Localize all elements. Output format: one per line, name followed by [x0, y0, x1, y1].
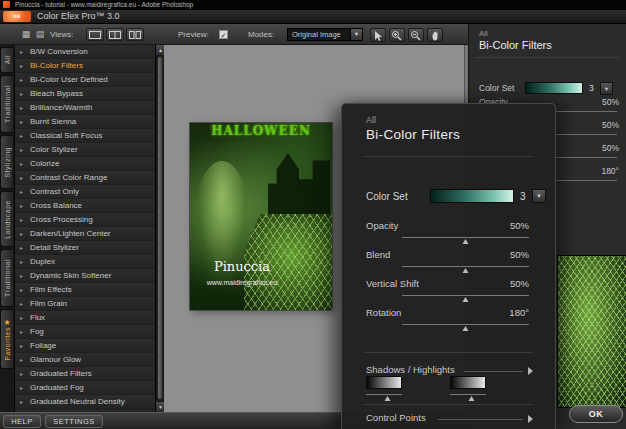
modes-dropdown[interactable]: Original Image ▼ [287, 28, 363, 41]
tab-traditional[interactable]: Traditional [0, 75, 13, 133]
filter-item[interactable]: Brilliance/Warmth [15, 101, 156, 115]
app-title: Color Efex Pro™ 3.0 [37, 10, 120, 24]
tab-label: Landscape [4, 200, 11, 239]
filter-item[interactable]: Film Grain [15, 297, 156, 311]
filter-item[interactable]: B/W Conversion [15, 45, 156, 59]
tab-stylizing[interactable]: Stylizing [0, 135, 13, 189]
control-points-row: Control Points [342, 412, 557, 426]
window-title: Pinuccia - tutorial - www.maidiregrafica… [15, 1, 193, 8]
filter-item[interactable]: Dynamic Skin Softener [15, 269, 156, 283]
slider-value: 50% [510, 278, 529, 289]
filter-item[interactable]: Flux [15, 311, 156, 325]
divider [364, 404, 533, 405]
filter-item[interactable]: Glamour Glow [15, 353, 156, 367]
slider-track[interactable] [402, 266, 529, 267]
tab-label: Traditional [4, 85, 11, 123]
shadows-highlights-swatches [342, 376, 557, 402]
shadows-gradient-swatch[interactable] [366, 376, 402, 389]
filter-item[interactable]: Detail Stylizer [15, 241, 156, 255]
select-arrow-tool-button[interactable] [370, 28, 386, 42]
tab-all[interactable]: All [0, 47, 13, 73]
single-view-button[interactable] [86, 28, 104, 41]
preview-checkbox[interactable]: ✓ [219, 30, 228, 39]
filter-item[interactable]: Fog [15, 325, 156, 339]
nik-software-logo: nik software [3, 11, 31, 22]
filter-item[interactable]: Graduated Neutral Density [15, 395, 156, 409]
slider-value: 50% [510, 220, 529, 231]
color-set-label: Color Set [479, 83, 514, 93]
tab-landscape[interactable]: Landscape [0, 191, 13, 247]
star-icon: ★ [3, 318, 10, 327]
filter-item[interactable]: Burnt Sienna [15, 115, 156, 129]
color-set-dropdown-icon[interactable]: ▼ [600, 82, 613, 95]
filter-item[interactable]: Contrast Only [15, 185, 156, 199]
side-by-side-view-button[interactable] [126, 28, 144, 41]
slider-track[interactable] [402, 295, 529, 296]
filter-items: B/W Conversion Bi-Color Filters Bi-Color… [15, 45, 156, 412]
filter-item[interactable]: Bi-Color User Defined [15, 73, 156, 87]
tab-label: Traditional [4, 259, 11, 297]
color-set-dropdown-icon[interactable]: ▼ [532, 189, 546, 203]
slider-track[interactable] [402, 324, 529, 325]
filter-item[interactable]: Classical Soft Focus [15, 129, 156, 143]
panel-title: Bi-Color Filters [366, 127, 460, 142]
slider-value: 50% [510, 249, 529, 260]
filter-item[interactable]: Graduated Fog [15, 381, 156, 395]
slider-handle[interactable] [468, 396, 474, 401]
slider-track[interactable] [450, 394, 486, 395]
filter-item[interactable]: Graduated Filters [15, 367, 156, 381]
filter-item[interactable]: Contrast Color Range [15, 171, 156, 185]
color-set-gradient-swatch[interactable] [430, 189, 514, 203]
slider-track[interactable] [402, 237, 529, 238]
help-button[interactable]: HELP [3, 415, 41, 428]
color-set-gradient-swatch[interactable] [525, 82, 583, 94]
highlights-gradient-swatch[interactable] [450, 376, 486, 389]
slider-handle[interactable] [384, 396, 390, 401]
pan-hand-tool-button[interactable] [427, 28, 443, 42]
slider-track[interactable] [366, 394, 402, 395]
filter-item[interactable]: Color Stylizer [15, 143, 156, 157]
slider-handle[interactable] [462, 268, 468, 273]
filter-result-thumbnail[interactable] [557, 255, 626, 408]
settings-button[interactable]: SETTINGS [45, 415, 103, 428]
filter-item[interactable]: Cross Balance [15, 199, 156, 213]
filter-item[interactable]: Film Effects [15, 283, 156, 297]
thumbnail-view-icon[interactable]: ▦ [20, 29, 32, 40]
filter-item[interactable]: Cross Processing [15, 213, 156, 227]
image-url-text: www.maidiregrafica.eu [190, 279, 294, 286]
divider [364, 352, 533, 353]
opacity-slider: Opacity 50% [342, 220, 557, 249]
modes-label: Modes: [248, 24, 274, 45]
bi-color-filters-floating-panel: All Bi-Color Filters Color Set 3 ▼ Opaci… [341, 103, 556, 429]
scrollbar-thumb[interactable] [157, 56, 163, 400]
slider-value: 50% [602, 120, 619, 130]
filter-list-scrollbar[interactable]: ▲ ▼ [155, 45, 164, 412]
expand-arrow-icon[interactable] [528, 415, 533, 423]
image-name-text: Pinuccia [190, 259, 294, 274]
filter-item[interactable]: Colorize [15, 157, 156, 171]
filter-item[interactable]: Bleach Bypass [15, 87, 156, 101]
slider-value: 50% [602, 97, 619, 107]
color-set-label: Color Set [366, 191, 408, 202]
chevron-down-icon[interactable]: ▼ [350, 29, 362, 40]
slider-handle[interactable] [462, 326, 468, 331]
list-view-icon[interactable]: ▤ [34, 29, 46, 40]
filter-item-selected[interactable]: Bi-Color Filters [15, 59, 156, 73]
slider-handle[interactable] [462, 297, 468, 302]
expand-arrow-icon[interactable] [528, 367, 533, 375]
zoom-out-tool-button[interactable] [408, 28, 424, 42]
zoom-in-tool-button[interactable] [389, 28, 405, 42]
tab-favorites[interactable]: ★ Favorites [0, 309, 13, 369]
filter-item[interactable]: Duplex [15, 255, 156, 269]
panel-title: Bi-Color Filters [479, 39, 552, 51]
preview-image[interactable]: HALLOWEEN Pinuccia www.maidiregrafica.eu [190, 123, 332, 310]
tab-traditional-2[interactable]: Traditional [0, 249, 13, 307]
split-view-button[interactable] [106, 28, 124, 41]
slider-handle[interactable] [462, 239, 468, 244]
filter-item[interactable]: Darken/Lighten Center [15, 227, 156, 241]
slider-label: Blend [366, 249, 390, 260]
ok-button[interactable]: OK [569, 405, 623, 423]
haunted-house-silhouette [268, 149, 330, 221]
toolbar: ▦ ▤ Views: Preview: ✓ Modes: Original Im… [0, 24, 470, 45]
filter-item[interactable]: Foliage [15, 339, 156, 353]
